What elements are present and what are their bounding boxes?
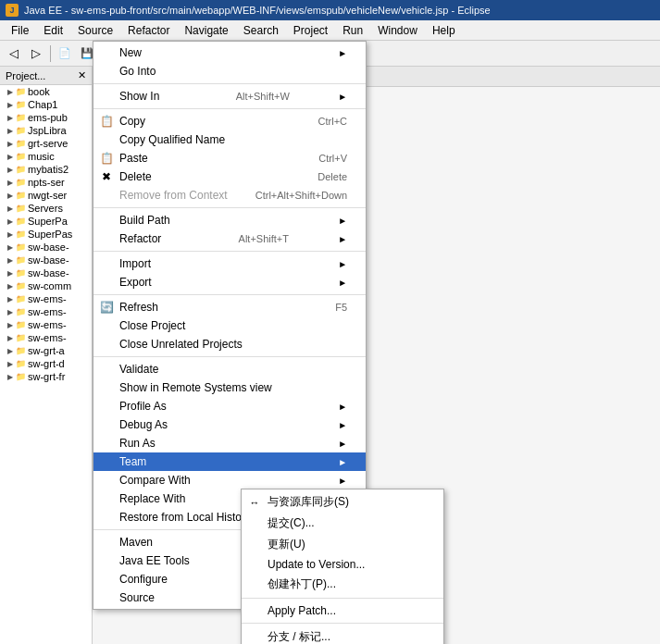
tree-item[interactable]: ▶📁SuperPa <box>0 215 92 228</box>
tree-item[interactable]: ▶📁sw-base- <box>0 241 92 254</box>
menu-item-source[interactable]: Source <box>70 22 120 39</box>
ctx-item-profile-as[interactable]: Profile As► <box>93 397 366 415</box>
tree-item-label: sw-ems- <box>28 319 67 330</box>
sub-item-label: 与资源库同步(S) <box>268 494 349 510</box>
tree-item[interactable]: ▶📁sw-ems- <box>0 292 92 305</box>
tree-item[interactable]: ▶📁Chap1 <box>0 98 92 111</box>
ctx-item-label: Go Into <box>119 65 156 78</box>
tree-item[interactable]: ▶📁music <box>0 150 92 163</box>
folder-icon: 📁 <box>15 138 26 149</box>
tree-item[interactable]: ▶📁mybatis2 <box>0 163 92 176</box>
ctx-item-label: Replace With <box>119 492 185 505</box>
tree-item[interactable]: ▶📁Servers <box>0 202 92 215</box>
sub-item----c----[interactable]: 提交(C)... <box>242 513 443 534</box>
ctx-item-label: Profile As <box>119 400 167 413</box>
ctx-item-new[interactable]: New► <box>93 43 366 62</box>
tree-item[interactable]: ▶📁nwgt-ser <box>0 189 92 202</box>
folder-icon: 📁 <box>15 99 26 110</box>
ctx-item-label: Copy <box>119 115 145 128</box>
menu-item-refactor[interactable]: Refactor <box>120 22 177 39</box>
sync-icon: ↔ <box>245 497 264 508</box>
ctx-item-compare-with[interactable]: Compare With► <box>93 471 366 489</box>
menu-item-window[interactable]: Window <box>370 22 425 39</box>
tree-item[interactable]: ▶📁sw-ems- <box>0 331 92 344</box>
ctx-item-label: Configure <box>119 573 168 586</box>
ctx-item-copy[interactable]: 📋CopyCtrl+C <box>93 112 366 130</box>
toolbar-back[interactable]: ◁ <box>4 43 24 64</box>
sub-item-apply-patch---[interactable]: Apply Patch... <box>242 601 443 620</box>
menu-item-navigate[interactable]: Navigate <box>177 22 235 39</box>
tree-item-label: sw-ems- <box>28 332 67 343</box>
ctx-item-refresh[interactable]: 🔄RefreshF5 <box>93 298 366 316</box>
folder-icon: 📁 <box>15 358 26 369</box>
folder-icon: 📁 <box>15 267 26 279</box>
tree-item[interactable]: ▶📁book <box>0 85 92 98</box>
ctx-item-label: New <box>119 46 142 59</box>
menu-item-file[interactable]: File <box>4 22 36 39</box>
tree-arrow-icon: ▶ <box>7 140 13 148</box>
sub-item--------s-[interactable]: ↔与资源库同步(S) <box>242 491 443 513</box>
ctx-item-delete[interactable]: ✖DeleteDelete <box>93 167 366 186</box>
menu-item-search[interactable]: Search <box>236 22 286 39</box>
folder-icon: 📁 <box>15 177 26 188</box>
ctx-item-team[interactable]: Team► <box>93 452 366 471</box>
ctx-item-label: Restore from Local History... <box>119 511 259 524</box>
ctx-separator <box>93 356 366 357</box>
menu-item-run[interactable]: Run <box>335 22 370 39</box>
sub-item-update-to-version---[interactable]: Update to Version... <box>242 555 443 574</box>
title-bar: J Java EE - sw-ems-pub-front/src/main/we… <box>0 0 660 20</box>
menu-item-edit[interactable]: Edit <box>36 22 70 39</box>
tree-arrow-icon: ▶ <box>7 256 13 265</box>
tree-item[interactable]: ▶📁grt-serve <box>0 137 92 150</box>
folder-icon: 📁 <box>15 293 26 304</box>
ctx-item-validate[interactable]: Validate <box>93 360 366 378</box>
toolbar-sep-1 <box>50 45 51 62</box>
sub-item-----------[interactable]: 分支 / 标记... <box>242 626 443 644</box>
ctx-item-label: Export <box>119 276 152 289</box>
ctx-item-paste[interactable]: 📋PasteCtrl+V <box>93 149 366 167</box>
ctx-item-show-in-remote-systems-view[interactable]: Show in Remote Systems view <box>93 378 366 397</box>
ctx-item-import[interactable]: Import► <box>93 254 366 273</box>
sub-item-label: 提交(C)... <box>268 515 315 531</box>
tree-item[interactable]: ▶📁npts-ser <box>0 176 92 189</box>
tree-item[interactable]: ▶📁ems-pub <box>0 111 92 124</box>
ctx-item-show-in[interactable]: Show InAlt+Shift+W► <box>93 87 366 105</box>
ctx-item-go-into[interactable]: Go Into <box>93 62 366 80</box>
tree-item[interactable]: ▶📁sw-base- <box>0 266 92 279</box>
ctx-item-debug-as[interactable]: Debug As► <box>93 415 366 434</box>
tree-item[interactable]: ▶📁JspLibra <box>0 124 92 137</box>
ctx-item-refactor[interactable]: RefactorAlt+Shift+T► <box>93 229 366 248</box>
tree-item[interactable]: ▶📁sw-base- <box>0 254 92 266</box>
ctx-item-label: Show in Remote Systems view <box>119 381 272 394</box>
panel-close[interactable]: ✕ <box>78 69 86 81</box>
menu-item-project[interactable]: Project <box>286 22 335 39</box>
toolbar-forward[interactable]: ▷ <box>26 43 46 64</box>
submenu-arrow-icon: ► <box>338 278 347 288</box>
toolbar-new[interactable]: 📄 <box>55 43 75 64</box>
ctx-item-run-as[interactable]: Run As► <box>93 434 366 452</box>
folder-icon: 📁 <box>15 164 26 175</box>
ctx-shortcut: Ctrl+C <box>291 116 347 127</box>
menu-item-help[interactable]: Help <box>425 22 463 39</box>
tree-item[interactable]: ▶📁sw-grt-a <box>0 344 92 357</box>
tree-item[interactable]: ▶📁sw-comm <box>0 279 92 292</box>
submenu-arrow-icon: ► <box>338 92 347 102</box>
tree-arrow-icon: ▶ <box>7 217 13 226</box>
ctx-item-copy-qualified-name[interactable]: Copy Qualified Name <box>93 130 366 149</box>
ctx-item-label: Java EE Tools <box>119 554 190 567</box>
ctx-item-build-path[interactable]: Build Path► <box>93 211 366 229</box>
ctx-item-close-project[interactable]: Close Project <box>93 316 366 335</box>
tree-item[interactable]: ▶📁sw-ems- <box>0 318 92 331</box>
folder-icon: 📁 <box>15 345 26 356</box>
tree-item[interactable]: ▶📁sw-grt-d <box>0 357 92 370</box>
tree-item[interactable]: ▶📁SuperPas <box>0 228 92 241</box>
tree-item[interactable]: ▶📁sw-grt-fr <box>0 370 92 383</box>
submenu-arrow-icon: ► <box>338 439 347 449</box>
ctx-item-export[interactable]: Export► <box>93 273 366 291</box>
sub-separator <box>242 598 443 599</box>
tree-item[interactable]: ▶📁sw-ems- <box>0 305 92 318</box>
sub-item------p----[interactable]: 创建补丁(P)... <box>242 574 443 595</box>
sub-item----u-[interactable]: 更新(U) <box>242 534 443 555</box>
ctx-item-close-unrelated-projects[interactable]: Close Unrelated Projects <box>93 335 366 353</box>
folder-icon: 📁 <box>15 306 26 317</box>
